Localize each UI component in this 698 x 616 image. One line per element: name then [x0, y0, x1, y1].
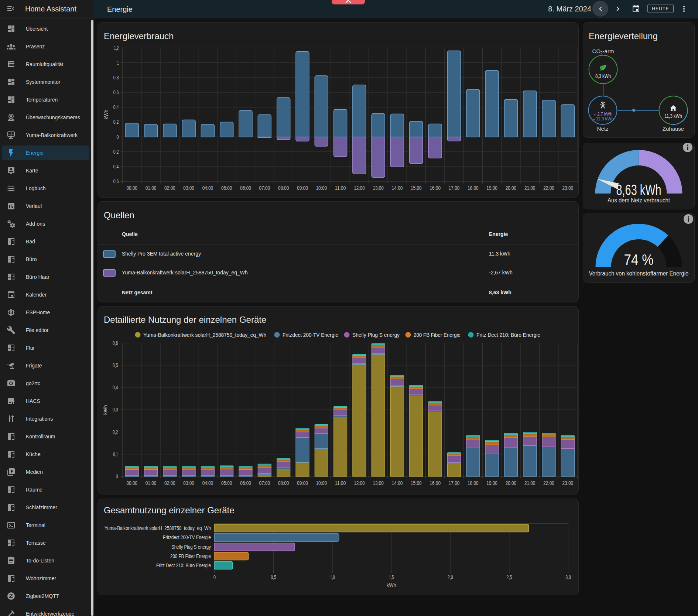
svg-text:16:00: 16:00 — [430, 185, 441, 191]
svg-text:05:00: 05:00 — [221, 185, 232, 191]
svg-text:14:00: 14:00 — [392, 185, 403, 191]
svg-text:23:00: 23:00 — [562, 480, 574, 486]
svg-text:07:00: 07:00 — [259, 185, 270, 191]
svg-text:04:00: 04:00 — [202, 480, 213, 486]
svg-text:21:00: 21:00 — [524, 480, 536, 486]
svg-text:06:00: 06:00 — [240, 185, 251, 191]
svg-text:04:00: 04:00 — [202, 185, 213, 191]
svg-text:0,6: 0,6 — [113, 178, 119, 184]
svg-text:12:00: 12:00 — [354, 185, 365, 191]
svg-text:8,63 kWh: 8,63 kWh — [616, 182, 661, 198]
svg-text:Yuma-Balkonkraftwerk solarH_25: Yuma-Balkonkraftwerk solarH_2588750_toda… — [105, 525, 211, 531]
svg-text:03:00: 03:00 — [183, 480, 194, 486]
svg-text:Fritz Dect 210: Büro Energie: Fritz Dect 210: Büro Energie — [156, 562, 211, 568]
svg-text:0,3: 0,3 — [113, 407, 118, 413]
svg-text:0,5: 0,5 — [271, 574, 276, 580]
svg-text:Shelly Plug S energy: Shelly Plug S energy — [352, 332, 400, 338]
svg-text:22:00: 22:00 — [543, 185, 554, 191]
svg-text:11:00: 11:00 — [335, 480, 346, 486]
svg-text:17:00: 17:00 — [449, 185, 460, 191]
svg-text:23:00: 23:00 — [562, 185, 574, 191]
svg-text:0,2: 0,2 — [113, 429, 118, 435]
svg-text:Fritz Dect 210: Büro Energie: Fritz Dect 210: Büro Energie — [476, 332, 540, 338]
svg-text:kWh: kWh — [103, 110, 109, 119]
svg-text:0,5: 0,5 — [113, 362, 118, 368]
svg-text:02:00: 02:00 — [164, 480, 175, 486]
svg-text:17:00: 17:00 — [449, 480, 460, 486]
svg-text:0,4: 0,4 — [113, 104, 119, 110]
svg-text:0,2: 0,2 — [113, 119, 119, 125]
svg-text:12:00: 12:00 — [354, 480, 365, 486]
svg-text:14:00: 14:00 — [392, 480, 403, 486]
svg-text:03:00: 03:00 — [183, 185, 194, 191]
svg-text:Fritzdect 200-TV Energie: Fritzdect 200-TV Energie — [163, 534, 211, 540]
svg-text:0,6: 0,6 — [113, 340, 118, 346]
svg-text:kWh: kWh — [387, 582, 396, 588]
svg-text:09:00: 09:00 — [297, 480, 308, 486]
svg-text:0: 0 — [213, 574, 216, 580]
svg-text:20:00: 20:00 — [506, 480, 517, 486]
svg-text:07:00: 07:00 — [259, 480, 270, 486]
svg-text:8,3 kWh: 8,3 kWh — [595, 73, 611, 79]
svg-text:0,4: 0,4 — [113, 164, 119, 170]
svg-text:kWh: kWh — [102, 405, 108, 415]
svg-text:200 FB Fiber Energie: 200 FB Fiber Energie — [414, 332, 461, 338]
svg-text:Verbrauch von kohlenstoffarmer: Verbrauch von kohlenstoffarmer Energie — [589, 270, 689, 277]
svg-text:00:00: 00:00 — [126, 185, 137, 191]
svg-text:11,3 kWh: 11,3 kWh — [665, 113, 682, 119]
svg-text:21:00: 21:00 — [524, 185, 536, 191]
svg-text:19:00: 19:00 — [486, 185, 497, 191]
svg-text:11:00: 11:00 — [335, 185, 346, 191]
svg-text:2,0: 2,0 — [448, 574, 453, 580]
svg-text:Aus dem Netz verbraucht: Aus dem Netz verbraucht — [608, 197, 670, 204]
svg-text:→11,3 kWh: →11,3 kWh — [592, 116, 614, 122]
svg-text:19:00: 19:00 — [486, 480, 497, 486]
svg-text:1,0: 1,0 — [330, 574, 335, 580]
svg-text:74 %: 74 % — [624, 251, 654, 268]
svg-text:20:00: 20:00 — [506, 185, 517, 191]
svg-text:13:00: 13:00 — [373, 480, 384, 486]
svg-text:0,2: 0,2 — [113, 149, 119, 155]
svg-text:22:00: 22:00 — [543, 480, 554, 486]
svg-text:00:00: 00:00 — [126, 480, 137, 486]
svg-text:Yuma-Balkonkraftwerk solarH_25: Yuma-Balkonkraftwerk solarH_2588750_toda… — [143, 332, 266, 338]
svg-text:0: 0 — [117, 134, 119, 140]
svg-text:Fritzdect 200-TV Energie: Fritzdect 200-TV Energie — [283, 332, 338, 338]
svg-text:01:00: 01:00 — [146, 185, 157, 191]
svg-text:0: 0 — [116, 473, 118, 479]
svg-text:3,0: 3,0 — [565, 574, 571, 580]
svg-text:18:00: 18:00 — [468, 185, 479, 191]
svg-text:2,5: 2,5 — [507, 574, 512, 580]
svg-text:0,4: 0,4 — [113, 384, 118, 390]
svg-text:08:00: 08:00 — [278, 480, 289, 486]
svg-text:18:00: 18:00 — [468, 480, 479, 486]
svg-text:08:00: 08:00 — [278, 185, 289, 191]
svg-text:1,2: 1,2 — [114, 45, 119, 51]
svg-text:02:00: 02:00 — [164, 185, 175, 191]
svg-text:0,6: 0,6 — [113, 89, 119, 95]
svg-text:200 FB Fiber Energie: 200 FB Fiber Energie — [170, 553, 211, 559]
svg-text:09:00: 09:00 — [297, 185, 308, 191]
svg-text:06:00: 06:00 — [240, 480, 251, 486]
svg-text:13:00: 13:00 — [373, 185, 384, 191]
svg-text:1,5: 1,5 — [389, 574, 394, 580]
svg-text:10:00: 10:00 — [316, 480, 327, 486]
svg-text:1: 1 — [117, 60, 119, 66]
svg-text:01:00: 01:00 — [146, 480, 157, 486]
svg-text:Shelly Plug S energy: Shelly Plug S energy — [171, 544, 211, 550]
svg-text:0,8: 0,8 — [113, 75, 119, 81]
svg-text:0,1: 0,1 — [113, 451, 118, 457]
svg-text:10:00: 10:00 — [316, 185, 327, 191]
svg-text:16:00: 16:00 — [430, 480, 441, 486]
svg-text:15:00: 15:00 — [411, 480, 422, 486]
svg-text:15:00: 15:00 — [411, 185, 422, 191]
svg-text:05:00: 05:00 — [221, 480, 232, 486]
